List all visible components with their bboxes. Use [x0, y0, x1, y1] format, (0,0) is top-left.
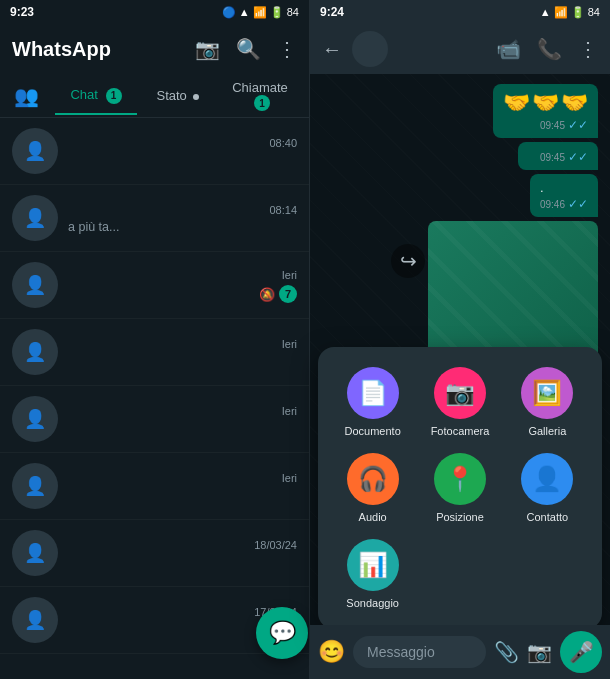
avatar: 👤	[12, 463, 58, 509]
chat-preview	[68, 555, 297, 569]
chat-preview: a più ta...	[68, 220, 297, 234]
attach-audio[interactable]: 🎧 Audio	[347, 453, 399, 523]
chat-preview	[68, 421, 297, 435]
mute-icon: 🔕	[259, 287, 275, 302]
contact-avatar[interactable]	[352, 31, 388, 67]
camera-button[interactable]: 📷	[527, 640, 552, 664]
tab-stato[interactable]: Stato	[137, 78, 219, 113]
header-right: ← 📹 📞 ⋮	[310, 24, 610, 74]
chat-badge: 1	[106, 88, 122, 104]
message-row: 🤝 🤝 🤝 09:45 ✓✓	[322, 84, 598, 138]
chat-name	[68, 604, 72, 620]
message-ticks: ✓✓	[568, 150, 588, 164]
message-ticks: ✓✓	[568, 118, 588, 132]
chat-name	[68, 267, 72, 283]
attach-sondaggio-label: Sondaggio	[346, 597, 399, 609]
chat-preview	[68, 488, 297, 502]
chat-name	[68, 202, 72, 218]
message-input[interactable]: Messaggio	[353, 636, 486, 668]
app-title: WhatsApp	[12, 38, 111, 61]
voice-call-icon[interactable]: 📞	[537, 37, 562, 61]
mic-icon: 🎤	[569, 640, 594, 664]
message-bubble: 🤝 🤝 🤝 09:45 ✓✓	[493, 84, 598, 138]
list-item[interactable]: 👤 Ieri	[0, 319, 309, 386]
avatar: 👤	[12, 597, 58, 643]
list-item[interactable]: 👤 18/03/24	[0, 520, 309, 587]
chat-preview	[68, 153, 297, 167]
attach-documento[interactable]: 📄 Documento	[345, 367, 401, 437]
chat-time: Ieri	[282, 472, 297, 484]
avatar: 👤	[12, 530, 58, 576]
mic-button[interactable]: 🎤	[560, 631, 602, 673]
message-ticks: ✓✓	[568, 197, 588, 211]
chat-name	[68, 135, 72, 151]
status-icons-right: ▲ 📶 🔋 84	[540, 6, 600, 19]
chat-time: Ieri	[282, 338, 297, 350]
attach-button[interactable]: 📎	[494, 640, 519, 664]
search-icon[interactable]: 🔍	[236, 37, 261, 61]
chat-list: 👤 08:40 👤 08:14 a più ta...	[0, 118, 309, 679]
chat-name	[68, 470, 72, 486]
chiamate-badge: 1	[254, 95, 270, 111]
emoji-button[interactable]: 😊	[318, 639, 345, 665]
avatar: 👤	[12, 195, 58, 241]
status-bar-right: 9:24 ▲ 📶 🔋 84	[310, 0, 610, 24]
time-right: 9:24	[320, 5, 344, 19]
chat-time: 08:40	[269, 137, 297, 149]
camera-icon[interactable]: 📷	[195, 37, 220, 61]
back-button[interactable]: ←	[322, 38, 342, 61]
chat-name	[68, 336, 72, 352]
more-options-icon[interactable]: ⋮	[578, 37, 598, 61]
time-left: 9:23	[10, 5, 34, 19]
attachment-panel: 📄 Documento 📷 Fotocamera 🖼️ Galleria 🎧	[318, 347, 602, 629]
header-icons: 📷 🔍 ⋮	[195, 37, 297, 61]
list-item[interactable]: 👤 08:14 a più ta...	[0, 185, 309, 252]
forward-button[interactable]: ↪	[391, 244, 425, 278]
new-chat-fab[interactable]: 💬	[256, 607, 308, 659]
header-left: WhatsApp 📷 🔍 ⋮	[0, 24, 309, 74]
list-item[interactable]: 👤 Ieri	[0, 386, 309, 453]
attach-documento-label: Documento	[345, 425, 401, 437]
input-bar: 😊 Messaggio 📎 📷 🎤	[310, 625, 610, 679]
attach-galleria[interactable]: 🖼️ Galleria	[521, 367, 573, 437]
chat-time: 08:14	[269, 204, 297, 216]
message-row: 09:45 ✓✓	[322, 142, 598, 170]
message-row: . 09:46 ✓✓	[322, 174, 598, 217]
avatar: 👤	[12, 396, 58, 442]
attach-galleria-label: Galleria	[528, 425, 566, 437]
unread-badge: 7	[279, 285, 297, 303]
message-time: 09:45	[540, 120, 565, 131]
video-call-icon[interactable]: 📹	[496, 37, 521, 61]
avatar: 👤	[12, 128, 58, 174]
attach-audio-label: Audio	[359, 511, 387, 523]
chat-name	[68, 537, 72, 553]
status-bar-left: 9:23 🔵 ▲ 📶 🔋 84	[0, 0, 309, 24]
message-bubble: 09:45 ✓✓	[518, 142, 598, 170]
tab-chat[interactable]: Chat 1	[55, 77, 137, 114]
left-panel: 9:23 🔵 ▲ 📶 🔋 84 WhatsApp 📷 🔍 ⋮ 👥 Chat 1 …	[0, 0, 310, 679]
attach-contatto[interactable]: 👤 Contatto	[521, 453, 573, 523]
attach-posizione[interactable]: 📍 Posizione	[434, 453, 486, 523]
menu-icon[interactable]: ⋮	[277, 37, 297, 61]
header-right-icons: 📹 📞 ⋮	[496, 37, 598, 61]
list-item[interactable]: 👤 Ieri 🔕 7	[0, 252, 309, 319]
chat-time: 18/03/24	[254, 539, 297, 551]
chat-name	[68, 403, 72, 419]
avatar: 👤	[12, 329, 58, 375]
message-time: 09:45	[540, 152, 565, 163]
message-bubble: . 09:46 ✓✓	[530, 174, 598, 217]
right-panel: 9:24 ▲ 📶 🔋 84 ← 📹 📞 ⋮ 🤝 🤝	[310, 0, 610, 679]
chat-time: Ieri	[282, 405, 297, 417]
attach-fotocamera-label: Fotocamera	[431, 425, 490, 437]
groups-icon[interactable]: 👥	[8, 76, 45, 116]
avatar: 👤	[12, 262, 58, 308]
message-time: 09:46	[540, 199, 565, 210]
list-item[interactable]: 👤 08:40	[0, 118, 309, 185]
attach-posizione-label: Posizione	[436, 511, 484, 523]
attach-sondaggio[interactable]: 📊 Sondaggio	[346, 539, 399, 609]
tab-chiamate[interactable]: Chiamate 1	[219, 70, 301, 122]
chat-time: Ieri	[282, 269, 297, 281]
attach-fotocamera[interactable]: 📷 Fotocamera	[431, 367, 490, 437]
status-icons-left: 🔵 ▲ 📶 🔋 84	[222, 6, 299, 19]
list-item[interactable]: 👤 Ieri	[0, 453, 309, 520]
